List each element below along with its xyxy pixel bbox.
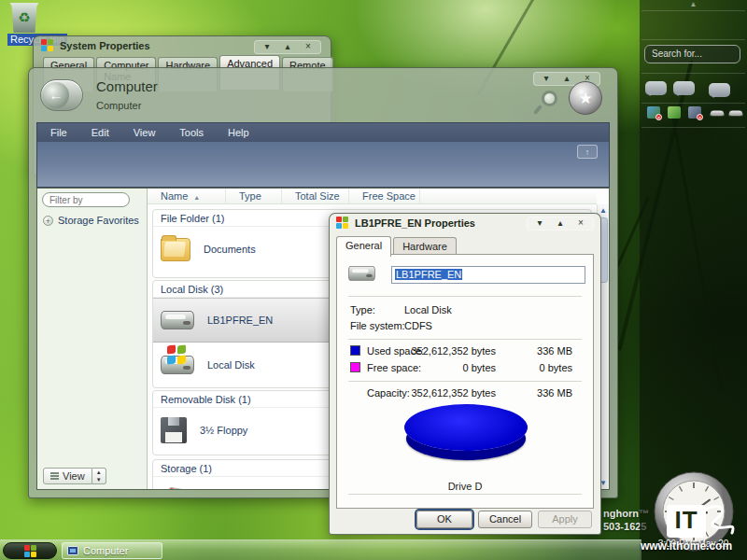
ok-button[interactable]: OK <box>416 511 472 528</box>
dialog-buttons: OK Cancel Apply <box>330 511 600 529</box>
column-name[interactable]: Name▲ <box>148 189 226 203</box>
volume-name-value: LB1PFRE_EN <box>395 269 462 280</box>
minimize-button[interactable]: ▾ <box>537 73 556 85</box>
dialog-title: LB1PFRE_EN Properties <box>355 217 475 229</box>
sidebar-collapse-icon[interactable]: ▲ <box>690 0 698 8</box>
drive-icon[interactable] <box>710 111 725 117</box>
maximize-button[interactable]: ▴ <box>557 73 576 85</box>
storage-favorites-label: Storage Favorites <box>58 215 139 226</box>
sidebar-search-input[interactable]: Search for... <box>644 45 740 63</box>
alert-badge: ✕ <box>697 114 703 120</box>
sync-icon[interactable] <box>668 106 681 119</box>
volume-name-input[interactable]: LB1PFRE_EN <box>391 266 585 284</box>
disk-icon <box>161 311 194 329</box>
type-value: Local Disk <box>404 304 452 315</box>
filesystem-label: File system: <box>350 320 405 331</box>
view-spinner[interactable]: ▲▼ <box>92 468 106 484</box>
general-tab-page: LB1PFRE_EN Type: Local Disk File system:… <box>336 254 594 509</box>
windows-disk-icon <box>161 356 194 374</box>
pie-chart-label: Drive D <box>337 481 593 492</box>
system-properties-titlebar: System Properties <box>41 39 150 51</box>
item-label: LB1PFRE_EN <box>207 315 273 326</box>
ithome-watermark: IT www.ithome.com <box>635 505 738 553</box>
view-button[interactable]: View <box>43 468 92 484</box>
menu-tools[interactable]: Tools <box>179 127 204 138</box>
separator <box>348 494 582 495</box>
divider <box>641 127 745 128</box>
type-label: Type: <box>350 304 375 315</box>
network-computer-icon[interactable]: ✕ <box>688 106 701 119</box>
column-free-space[interactable]: Free Space <box>349 189 420 203</box>
free-space-swatch <box>350 362 360 372</box>
menu-edit[interactable]: Edit <box>92 127 109 138</box>
divider <box>641 10 745 11</box>
back-button[interactable]: ← <box>40 79 83 111</box>
toolbar-expand-button[interactable]: ↑ <box>577 145 598 159</box>
games-icon <box>161 488 189 490</box>
drive-icon[interactable] <box>728 111 743 117</box>
star-icon[interactable]: ★ <box>569 81 602 115</box>
maximize-button[interactable]: ▴ <box>551 217 570 230</box>
properties-dialog[interactable]: LB1PFRE_EN Properties ▾ ▴ × General Hard… <box>329 213 601 535</box>
dialog-titlebar: LB1PFRE_EN Properties <box>336 217 475 229</box>
tab-general[interactable]: General <box>336 236 391 257</box>
disk-icon <box>348 266 375 281</box>
divider <box>641 39 745 40</box>
minimize-button[interactable]: ▾ <box>258 41 276 53</box>
capacity-size: 336 MB <box>516 387 572 399</box>
list-view-icon <box>50 472 59 480</box>
menu-file[interactable]: File <box>50 127 67 138</box>
separator <box>348 381 582 382</box>
cancel-button[interactable]: Cancel <box>478 511 532 528</box>
chat-bubble-icon[interactable] <box>673 81 695 95</box>
separator <box>348 296 582 297</box>
sidebar: ▲ Search for... ✕ ✕ <box>640 0 747 560</box>
close-button[interactable]: × <box>571 217 590 230</box>
page-title: Computer <box>96 78 158 94</box>
start-button[interactable] <box>3 542 57 559</box>
chat-bubble-icon[interactable] <box>645 81 667 95</box>
recycle-bin-icon: ♻ <box>9 3 39 33</box>
item-label: Documents <box>204 244 256 255</box>
item-label: 3½ Floppy <box>200 425 247 436</box>
disk-usage-pie-chart <box>404 404 528 451</box>
free-space-size: 0 bytes <box>516 362 572 373</box>
search-icon[interactable] <box>542 91 557 106</box>
used-space-swatch <box>350 345 360 356</box>
storage-favorites[interactable]: + Storage Favorites <box>43 215 139 226</box>
separator <box>348 339 582 340</box>
filter-input[interactable] <box>42 192 130 207</box>
back-icon: ← <box>43 82 69 108</box>
divider <box>641 103 745 104</box>
maximize-button[interactable]: ▴ <box>278 41 297 53</box>
scribble-decoration <box>698 501 740 539</box>
used-space-size: 336 MB <box>516 345 572 357</box>
menu-view[interactable]: View <box>134 127 156 138</box>
taskbar: Computer <box>0 539 641 560</box>
windows-flag-icon <box>24 545 36 557</box>
apply-button[interactable]: Apply <box>538 511 592 528</box>
update-icon[interactable]: ✕ <box>647 106 660 119</box>
breadcrumb: Computer <box>96 100 141 111</box>
alert-badge: ✕ <box>655 114 662 120</box>
column-headers: Name▲ Type Total Size Free Space <box>148 189 597 204</box>
free-space-bytes: 0 bytes <box>384 362 496 373</box>
system-properties-title: System Properties <box>60 40 150 51</box>
minimize-button[interactable]: ▾ <box>530 217 549 230</box>
add-icon: + <box>43 216 53 226</box>
toolbar-band: ↑ <box>36 142 610 188</box>
computer-icon <box>67 546 78 555</box>
chat-bubble-icon[interactable] <box>709 83 730 97</box>
task-button-computer[interactable]: Computer <box>62 542 162 559</box>
column-total-size[interactable]: Total Size <box>282 189 349 203</box>
close-button[interactable]: × <box>299 41 317 53</box>
window-controls: ▾ ▴ × <box>254 40 321 54</box>
used-space-bytes: 352,612,352 bytes <box>384 345 496 357</box>
menu-bar: File Edit View Tools Help <box>36 122 610 142</box>
ithome-url: www.ithome.com <box>635 539 738 553</box>
desktop: ♻ Recycle Bin nghorn™ 503-1625 System Pr… <box>0 0 747 560</box>
scroll-up-icon[interactable]: ▲ <box>598 206 609 215</box>
menu-help[interactable]: Help <box>228 127 249 138</box>
column-type[interactable]: Type <box>226 189 282 203</box>
window-controls: ▾ ▴ × <box>527 217 594 231</box>
